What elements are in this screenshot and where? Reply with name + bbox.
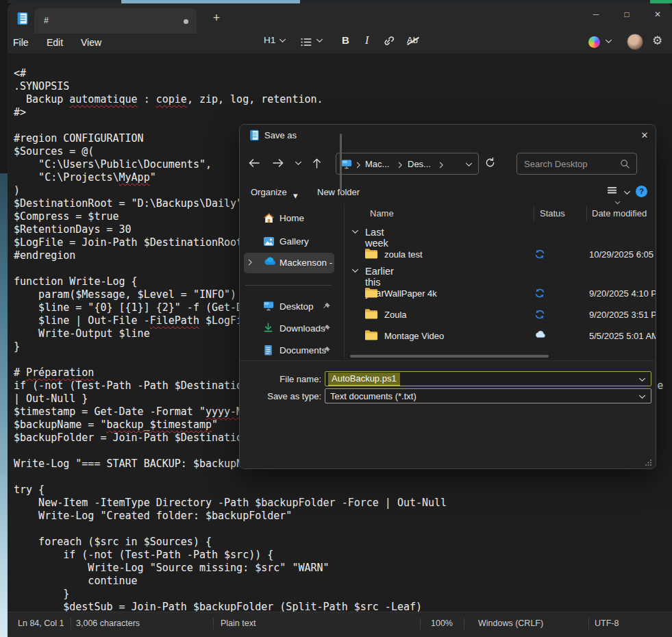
list-dropdown-icon[interactable]: [316, 38, 323, 43]
editor-line: foreach ($src in $Sources) {: [14, 536, 663, 549]
group-collapse-icon[interactable]: [351, 268, 359, 273]
file-name-label: File name:: [246, 374, 321, 384]
editor-line: Write-Log "Source missing: $src" "WARN": [14, 562, 663, 575]
file-name: Zoula: [384, 310, 407, 320]
help-button[interactable]: ?: [636, 186, 647, 197]
copilot-dropdown-icon[interactable]: [605, 39, 612, 44]
sidebar-item-desktop[interactable]: Desktop: [244, 297, 334, 317]
up-one-level-icon[interactable]: [312, 158, 325, 170]
date-modified: 9/20/2025 4:10 PM: [589, 288, 656, 299]
insert-link-button[interactable]: [383, 36, 394, 47]
dialog-title: Save as: [264, 130, 297, 140]
editor-line: try {: [14, 484, 663, 497]
screen: # + ─ □ ✕ File Edit View H1 B I Ab ⚙: [0, 0, 672, 637]
file-row-wallpaper-4k[interactable]: WallPaper 4k9/20/2025 4:10 PM: [346, 284, 656, 304]
downloads-icon: [263, 323, 275, 335]
organize-button[interactable]: Organize: [251, 187, 287, 197]
settings-gear-icon[interactable]: ⚙: [652, 34, 662, 48]
menu-view[interactable]: View: [81, 37, 101, 48]
forward-icon[interactable]: [272, 158, 286, 170]
heading-style-button[interactable]: H1: [264, 35, 275, 45]
editor-line: if (-not (Test-Path -Path $src)) {: [14, 549, 663, 562]
desktop-location-icon: [341, 159, 353, 169]
file-name-value: AutoBackup.ps1: [328, 373, 400, 386]
dialog-titlebar: Save as ✕: [240, 125, 656, 145]
sidebar-item-label: Desktop: [279, 301, 314, 312]
titlebar: # + ─ □ ✕ File Edit View H1 B I Ab ⚙: [8, 3, 672, 53]
back-icon[interactable]: [248, 158, 262, 170]
view-mode-dropdown-icon[interactable]: [623, 190, 631, 195]
italic-button[interactable]: I: [365, 34, 369, 47]
menu-file[interactable]: File: [13, 37, 29, 48]
group-collapse-icon[interactable]: [351, 229, 359, 234]
breadcrumb-item-machine[interactable]: Mac...: [365, 159, 389, 169]
date-modified: 10/29/2025 6:05 PM: [589, 249, 656, 260]
cloud-status-icon: [534, 330, 546, 342]
sidebar-item-mackenson-pe[interactable]: Mackenson - Pe: [244, 253, 334, 273]
sync-status-icon: [534, 249, 546, 260]
sidebar-item-downloads[interactable]: Downloads: [244, 318, 334, 339]
sidebar-item-home[interactable]: Home: [244, 208, 334, 229]
bullet-list-button[interactable]: [301, 38, 312, 47]
sidebar-item-label: Mackenson - Pe: [279, 258, 333, 268]
new-folder-button[interactable]: New folder: [317, 187, 360, 197]
maximize-button[interactable]: □: [615, 5, 638, 24]
sidebar-item-label: Downloads: [279, 323, 325, 334]
file-row-montage-video[interactable]: Montage Video5/5/2025 5:01 AM: [346, 326, 656, 347]
minimize-button[interactable]: ─: [584, 5, 608, 24]
sidebar-divider: [245, 285, 332, 286]
folder-icon: [364, 308, 378, 320]
refresh-icon[interactable]: [484, 157, 498, 171]
dialog-close-button[interactable]: ✕: [637, 129, 652, 142]
editor-line: [14, 471, 663, 484]
file-row-zoula-test[interactable]: zoula test10/29/2025 6:05 PM: [346, 245, 656, 265]
background-left-edge: [0, 0, 8, 173]
close-button[interactable]: ✕: [646, 5, 669, 24]
file-list: Last weekzoula test10/29/2025 6:05 PMEar…: [346, 203, 656, 360]
file-name: Montage Video: [384, 331, 444, 341]
clear-formatting-button[interactable]: Ab: [407, 35, 418, 45]
search-icon: [620, 159, 630, 169]
editor-line: .SYNOPSIS: [14, 80, 663, 93]
breadcrumb-separator-icon: [356, 162, 361, 168]
document-tab[interactable]: #: [34, 8, 197, 34]
view-mode-icon[interactable]: [607, 186, 617, 195]
save-as-type-select[interactable]: Text documents (*.txt): [325, 388, 651, 403]
search-input[interactable]: Search Desktop: [517, 153, 637, 175]
address-bar[interactable]: Mac... Des...: [336, 153, 479, 175]
sidebar-scrollbar[interactable]: [340, 134, 342, 192]
user-avatar[interactable]: [627, 34, 643, 50]
pin-icon: [322, 302, 332, 312]
file-name-input[interactable]: AutoBackup.ps1: [325, 371, 651, 386]
expand-chevron-icon[interactable]: [248, 259, 253, 266]
copilot-icon[interactable]: [588, 36, 600, 48]
sidebar-item-documents[interactable]: Documents: [244, 340, 334, 361]
save-as-type-value: Text documents (*.txt): [330, 391, 416, 401]
editor-line: <#: [14, 67, 663, 80]
menu-edit[interactable]: Edit: [47, 37, 63, 48]
heading-dropdown-icon[interactable]: [279, 38, 286, 43]
file-list-horizontal-scrollbar[interactable]: [350, 355, 549, 358]
file-name: zoula test: [384, 249, 423, 260]
folder-icon: [364, 287, 378, 299]
resize-grip[interactable]: [645, 459, 652, 466]
file-row-zoula[interactable]: Zoula9/20/2025 3:51 PM: [346, 305, 656, 325]
sidebar-item-label: Home: [279, 213, 304, 223]
status-character-count: 3,006 characters: [76, 619, 140, 628]
file-name-dropdown-icon[interactable]: [638, 377, 646, 382]
editor-line: Backup automatique : copie, zip, log, re…: [14, 93, 663, 106]
status-line-ending: Windows (CRLF): [478, 619, 543, 628]
breadcrumb-item-desktop[interactable]: Des...: [408, 159, 431, 169]
editor-line: Write-Log "Created folder: $backupFolder…: [14, 510, 663, 523]
save-as-type-dropdown-icon[interactable]: [638, 395, 646, 399]
status-zoom-level: 100%: [431, 619, 453, 628]
desktop-icon: [263, 301, 275, 313]
editor-line: New-Item -ItemType Directory -Path $back…: [14, 497, 663, 510]
bold-button[interactable]: B: [342, 34, 349, 46]
status-encoding: UTF-8: [595, 619, 619, 628]
address-dropdown-icon[interactable]: [465, 162, 473, 167]
sidebar-item-gallery[interactable]: Gallery: [244, 232, 334, 252]
recent-locations-icon[interactable]: [295, 161, 308, 173]
new-tab-button[interactable]: +: [208, 10, 225, 26]
editor-line: #>: [14, 106, 663, 119]
